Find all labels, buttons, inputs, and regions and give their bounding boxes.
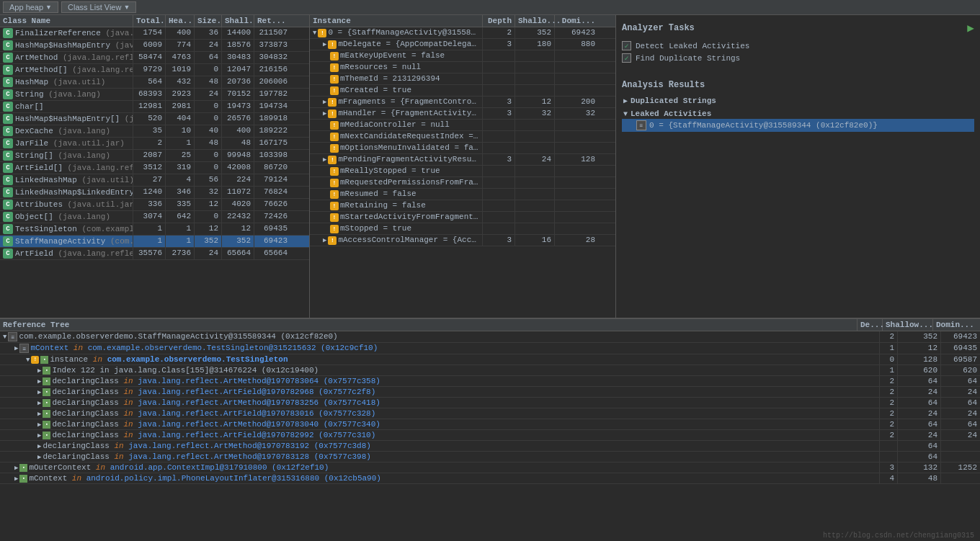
instance-row[interactable]: !mRetaining = false <box>310 200 615 212</box>
ref-expand-arrow[interactable]: ▶ <box>37 378 41 385</box>
ref-field: declaringClass <box>43 452 109 461</box>
instance-text: mReallyStopped = true <box>340 166 440 175</box>
ref-content-cell: ▶declaringClass in java.lang.reflect.Art… <box>0 441 879 451</box>
ref-content-cell: ▶▪declaringClass in java.lang.reflect.Ar… <box>0 430 879 440</box>
ref-tree-row[interactable]: ▶declaringClass in java.lang.reflect.Art… <box>0 441 980 452</box>
class-row[interactable]: C char[] 12981 2981 0 19473 194734 <box>0 101 309 113</box>
instance-row[interactable]: ▼!0 = {StaffManageActivity@315589344 (0x… <box>310 27 615 39</box>
class-row[interactable]: C TestSingleton (com.example.observ 1 1 … <box>0 223 309 236</box>
result-section-header[interactable]: ▼ Leaked Activities <box>622 109 974 119</box>
class-row[interactable]: C Attributes (java.util.jar) 336 335 12 … <box>0 199 309 211</box>
ref-tree-row[interactable]: ▶▪declaringClass in java.lang.reflect.Ar… <box>0 387 980 398</box>
ref-tree-row[interactable]: ▼≡com.example.observerdemo.StaffManageAc… <box>0 331 980 343</box>
class-view-button[interactable]: Class List View ▼ <box>61 1 136 13</box>
expand-arrow[interactable]: ▶ <box>323 99 326 106</box>
class-row[interactable]: C ArtField (java.lang.reflect) 35576 273… <box>0 248 309 260</box>
instance-row[interactable]: !mMediaController = null <box>310 120 615 131</box>
ref-tree-row[interactable]: ▶▪Index 122 in java.lang.Class[155]@3146… <box>0 365 980 376</box>
class-row[interactable]: C String[] (java.lang) 2087 25 0 99948 1… <box>0 150 309 162</box>
class-row[interactable]: C HashMap$HashMapEntry[] (java.uti 520 4… <box>0 113 309 125</box>
ref-expand-arrow[interactable]: ▶ <box>14 465 18 472</box>
ref-tree-row[interactable]: ▶▪declaringClass in java.lang.reflect.Ar… <box>0 376 980 387</box>
instance-row[interactable]: !mStopped = true <box>310 223 615 235</box>
ref-tree-row[interactable]: ▶declaringClass in java.lang.reflect.Art… <box>0 452 980 462</box>
instance-row[interactable]: !mStartedActivityFromFragment = false <box>310 212 615 223</box>
result-item[interactable]: ≡ 0 = {StaffManageActivity@315589344 (0x… <box>622 119 974 132</box>
class-row[interactable]: C String (java.lang) 68393 2923 24 70152… <box>0 89 309 101</box>
instance-row[interactable]: ▶!mDelegate = {AppCompatDelegateImpl 3 1… <box>310 39 615 50</box>
expand-arrow[interactable]: ▶ <box>323 237 326 244</box>
ref-expand-arrow[interactable]: ▶ <box>37 443 41 450</box>
result-section-header[interactable]: ▶ Duplicated Strings <box>622 96 974 106</box>
instance-row[interactable]: !mRequestedPermissionsFromFragment <box>310 177 615 189</box>
instance-row[interactable]: !mOptionsMenuInvalidated = false <box>310 143 615 154</box>
class-row[interactable]: C LinkedHashMap (java.util) 27 4 56 224 … <box>0 174 309 187</box>
app-heap-button[interactable]: App heap ▼ <box>3 1 58 13</box>
analyzer-title: Analyzer Tasks ▶ <box>622 21 974 35</box>
instance-row[interactable]: !mCreated = true <box>310 85 615 97</box>
ref-collapse-arrow[interactable]: ▼ <box>3 334 6 341</box>
instance-dom <box>555 200 598 211</box>
ref-tree-row[interactable]: ▼!▪instance in com.example.observerdemo.… <box>0 354 980 365</box>
instance-row[interactable]: ▶!mAccessControlManager = {AccessCon 3 1… <box>310 235 615 246</box>
run-analyzer-button[interactable]: ▶ <box>967 21 974 35</box>
instance-row[interactable]: !mThemeId = 2131296394 <box>310 73 615 85</box>
expand-arrow[interactable]: ▶ <box>323 41 326 48</box>
col-header-shallow[interactable]: Shall... <box>222 15 254 27</box>
ref-expand-arrow[interactable]: ▶ <box>37 389 41 396</box>
collapse-arrow[interactable]: ▼ <box>313 30 316 37</box>
class-size: 64 <box>195 52 222 63</box>
class-row[interactable]: C StaffManageActivity (com.example.c 1 1… <box>0 236 309 248</box>
ref-expand-arrow[interactable]: ▶ <box>14 475 18 483</box>
class-row[interactable]: C ArtMethod[] (java.lang.reflect) 9729 1… <box>0 64 309 76</box>
col-header-heap[interactable]: Hea... <box>166 15 195 27</box>
instance-row[interactable]: ▶!mPendingFragmentActivityResults = {Sp … <box>310 154 615 166</box>
task-checkbox[interactable] <box>622 53 631 63</box>
result-section: ▼ Leaked Activities ≡ 0 = {StaffManageAc… <box>622 109 974 132</box>
ref-collapse-arrow[interactable]: ▼ <box>26 357 30 364</box>
class-row[interactable]: C FinalizerReference (java.lang.ref) 175… <box>0 27 309 40</box>
instance-row[interactable]: ▶!mHandler = {FragmentActivity$1@3154 3 … <box>310 108 615 120</box>
ref-expand-arrow[interactable]: ▶ <box>37 421 41 429</box>
instance-row[interactable]: !mReallyStopped = true <box>310 166 615 177</box>
toolbar: App heap ▼ Class List View ▼ <box>0 0 980 15</box>
col-header-retained[interactable]: Ret... ▼ <box>254 15 290 27</box>
ref-expand-arrow[interactable]: ▶ <box>37 454 41 461</box>
instance-row[interactable]: !mEatKeyUpEvent = false <box>310 50 615 62</box>
col-header-total[interactable]: Total... <box>133 15 166 27</box>
ref-expand-arrow[interactable]: ▶ <box>37 367 41 375</box>
class-row[interactable]: C HashMap$HashMapEntry (java.util) 6009 … <box>0 40 309 52</box>
ref-tree-row[interactable]: ▶▪declaringClass in java.lang.reflect.Ar… <box>0 419 980 430</box>
instance-cell: !mEatKeyUpEvent = false <box>310 50 483 61</box>
class-row[interactable]: C JarFile (java.util.jar) 2 1 48 48 1671… <box>0 138 309 150</box>
col-header-class-name[interactable]: Class Name <box>0 15 133 27</box>
ref-in: in <box>123 377 133 385</box>
class-row[interactable]: C Object[] (java.lang) 3074 642 0 22432 … <box>0 211 309 223</box>
ref-tree-row[interactable]: ▶≡mContext in com.example.observerdemo.T… <box>0 343 980 354</box>
instance-row[interactable]: !mResources = null <box>310 62 615 73</box>
instance-row[interactable]: !mNextCandidateRequestIndex = 0 <box>310 131 615 143</box>
ref-expand-arrow[interactable]: ▶ <box>37 411 41 418</box>
class-row[interactable]: C HashMap (java.util) 564 432 48 20736 2… <box>0 76 309 89</box>
instance-cell: ▶!mFragments = {FragmentController@3: <box>310 97 483 107</box>
ref-expand-arrow[interactable]: ▶ <box>37 400 41 407</box>
ref-tree-row[interactable]: ▶▪mOuterContext in android.app.ContextIm… <box>0 462 980 473</box>
instance-row[interactable]: !mResumed = false <box>310 189 615 200</box>
instance-row[interactable]: ▶!mFragments = {FragmentController@3: 3 … <box>310 97 615 108</box>
task-checkbox[interactable] <box>622 41 631 50</box>
expand-arrow[interactable]: ▶ <box>323 156 326 164</box>
ref-tree-row[interactable]: ▶▪declaringClass in java.lang.reflect.Ar… <box>0 398 980 408</box>
class-row[interactable]: C DexCache (java.lang) 35 10 40 400 1892… <box>0 125 309 138</box>
ref-tree-row[interactable]: ▶▪declaringClass in java.lang.reflect.Ar… <box>0 408 980 419</box>
class-row[interactable]: C ArtField[] (java.lang.reflect) 3512 31… <box>0 162 309 174</box>
class-pkg: (java.util.jar) <box>63 200 133 209</box>
class-row[interactable]: C ArtMethod (java.lang.reflect) 58474 47… <box>0 52 309 64</box>
ref-tree-row[interactable]: ▶▪declaringClass in java.lang.reflect.Ar… <box>0 430 980 441</box>
ref-tree-row[interactable]: ▶▪mContext in android.policy.impl.PhoneL… <box>0 473 980 484</box>
ref-expand-arrow[interactable]: ▶ <box>14 345 18 352</box>
ref-expand-arrow[interactable]: ▶ <box>37 432 41 439</box>
ref-shallow-val: 48 <box>897 473 940 483</box>
col-header-size[interactable]: Size... <box>195 15 222 27</box>
class-row[interactable]: C LinkedHashMap$LinkedEntry (java.u 1240… <box>0 187 309 199</box>
expand-arrow[interactable]: ▶ <box>323 110 326 117</box>
